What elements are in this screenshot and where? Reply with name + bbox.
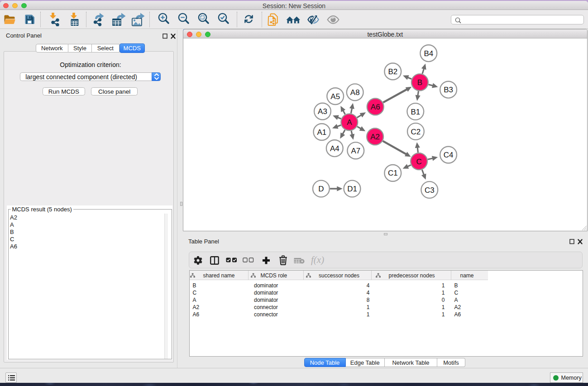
svg-text:A3: A3 — [318, 107, 327, 116]
svg-text:C4: C4 — [444, 151, 454, 159]
svg-text:A5: A5 — [330, 92, 340, 101]
svg-text:A1: A1 — [317, 128, 327, 137]
svg-text:D1: D1 — [347, 185, 357, 193]
svg-text:D: D — [318, 185, 324, 193]
svg-text:B3: B3 — [444, 86, 453, 94]
svg-text:B: B — [417, 78, 422, 87]
svg-text:B1: B1 — [411, 108, 420, 116]
svg-text:B2: B2 — [388, 67, 397, 76]
svg-text:C2: C2 — [411, 128, 421, 136]
svg-text:C3: C3 — [425, 186, 435, 195]
svg-text:A6: A6 — [371, 103, 380, 111]
svg-text:A: A — [347, 118, 352, 127]
svg-text:C: C — [416, 157, 421, 166]
svg-text:A2: A2 — [370, 133, 380, 141]
svg-text:A7: A7 — [351, 147, 360, 155]
svg-text:A4: A4 — [330, 144, 339, 153]
svg-text:A8: A8 — [350, 88, 360, 97]
svg-text:C1: C1 — [388, 169, 398, 177]
svg-text:B4: B4 — [424, 49, 433, 58]
